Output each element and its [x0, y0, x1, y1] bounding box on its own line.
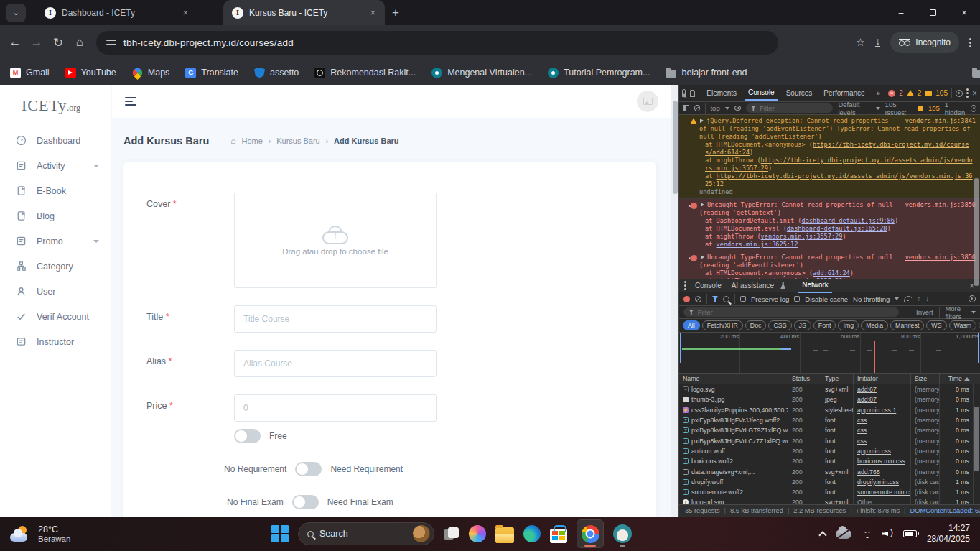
stack-link[interactable]: vendors.min.js:3625:12	[717, 241, 798, 248]
sidebar-item-ebook[interactable]: E-Book	[0, 178, 111, 203]
devtools-tab-console[interactable]: Console	[745, 85, 778, 101]
column-name[interactable]: Name	[679, 374, 788, 384]
stack-link[interactable]: https://tbh-icety.dbi-project.my.id/asse…	[705, 172, 973, 187]
network-request-row[interactable]: Tdropify.woff 200 font dropify.min.css (…	[679, 477, 980, 487]
network-filter-input[interactable]	[698, 308, 894, 316]
network-request-row[interactable]: data:image/svg+xml;... 200 svg+xml add:7…	[679, 466, 980, 476]
console-settings-icon[interactable]	[971, 105, 976, 112]
bookmark-mengenal[interactable]: Mengenal Virtualen...	[431, 68, 532, 78]
file-explorer-button[interactable]	[495, 527, 514, 543]
breadcrumb-kursus-baru[interactable]: Kursus Baru	[276, 136, 320, 145]
filter-pill-doc[interactable]: Doc	[745, 320, 767, 330]
weather-widget[interactable]: 28°C Berawan	[0, 524, 70, 543]
onedrive-paused-icon[interactable]	[836, 529, 851, 539]
home-icon[interactable]: ⌂	[69, 35, 90, 50]
stack-link[interactable]: add:614:24	[813, 269, 850, 277]
clear-network-icon[interactable]	[695, 296, 701, 302]
tab-dashboard[interactable]: I Dashboard - ICETy ×	[36, 0, 197, 25]
browser-menu-icon[interactable]	[969, 38, 971, 47]
clear-console-icon[interactable]	[694, 105, 700, 111]
network-request-row[interactable]: ⚡css?family=Poppins:300,400,500,700 200 …	[679, 405, 980, 415]
filter-pill-ws[interactable]: WS	[926, 320, 946, 330]
page-scrollbar[interactable]	[671, 85, 678, 517]
stack-link[interactable]: dashboard-default.js:9:86	[802, 217, 895, 224]
drawer-tab-ai[interactable]: AI assistance	[728, 279, 778, 292]
sidebar-item-user[interactable]: User	[0, 279, 111, 304]
network-filter-box[interactable]	[683, 307, 899, 317]
drawer-menu-icon[interactable]	[684, 281, 686, 290]
console-error-message[interactable]: vendors.min.js:3850 ×Uncaught TypeError:…	[679, 199, 980, 251]
column-type[interactable]: Type	[821, 374, 854, 384]
start-button[interactable]	[271, 525, 289, 542]
bookmark-rekomendasi[interactable]: Rekomendasi Rakit...	[314, 68, 416, 78]
bookmark-youtube[interactable]: YouTube	[65, 68, 116, 78]
network-conditions-icon[interactable]	[904, 296, 912, 302]
stack-link[interactable]: vendors.min.js:3557:29	[761, 233, 843, 240]
filter-pill-all[interactable]: All	[683, 320, 700, 330]
all-bookmarks-button[interactable]: All Bookmarks	[972, 68, 980, 78]
network-request-row[interactable]: Tanticon.woff 200 font app.min.css (memo…	[679, 446, 980, 456]
drawer-tab-console[interactable]: Console	[691, 279, 725, 292]
menu-toggle-icon[interactable]	[125, 97, 136, 106]
column-initiator[interactable]: Initiator	[854, 374, 911, 384]
tab-search-button[interactable]: ⌄	[6, 4, 26, 22]
new-tab-button[interactable]: +	[392, 6, 399, 20]
more-filters[interactable]: More filters	[945, 305, 966, 320]
devtools-more-tabs[interactable]: »	[873, 86, 885, 100]
export-har-icon[interactable]: ↓	[925, 295, 929, 302]
expand-icon[interactable]	[701, 203, 704, 207]
final-exam-toggle[interactable]	[292, 495, 319, 509]
network-request-row[interactable]: Tsummernote.woff2 200 font summernote.mi…	[679, 487, 980, 497]
filter-pill-fetch[interactable]: Fetch/XHR	[702, 320, 743, 330]
wifi-icon[interactable]	[862, 530, 873, 538]
record-icon[interactable]	[683, 296, 690, 302]
title-input[interactable]	[234, 305, 437, 333]
tab-kursus-baru[interactable]: I Kursus Baru - ICETy ×	[223, 0, 385, 25]
user-avatar[interactable]	[637, 91, 658, 112]
app-logo[interactable]: ICETy.org	[0, 85, 111, 128]
sidebar-item-verif-account[interactable]: Verif Account	[0, 304, 111, 329]
hidden-icons-chevron[interactable]	[818, 531, 826, 539]
battery-icon[interactable]	[903, 530, 917, 537]
microsoft-store-button[interactable]	[550, 529, 567, 543]
address-bar[interactable]: tbh-icety.dbi-project.my.id/courses/add	[96, 31, 778, 55]
page-scrollbar-thumb[interactable]	[673, 101, 678, 194]
network-request-row[interactable]: TpxiEyp8kv8JHgFVrJJfecg.woff2 200 font c…	[679, 415, 980, 425]
bookmark-assetto[interactable]: assetto	[254, 68, 299, 78]
cover-dropzone[interactable]: ↑ Drag atau drop to choose file	[234, 193, 437, 288]
tab-close-icon[interactable]: ×	[368, 7, 378, 18]
network-request-row[interactable]: Tboxicons.woff2 200 font boxicons.min.cs…	[679, 456, 980, 466]
sidebar-item-category[interactable]: Category	[0, 254, 111, 279]
console-scrollbar-thumb[interactable]	[974, 178, 979, 286]
device-toolbar-icon[interactable]	[690, 90, 694, 96]
edge-button[interactable]	[523, 525, 541, 542]
reload-icon[interactable]: ↻	[47, 35, 69, 50]
bookmark-tutorial[interactable]: Tutorial Pemrogram...	[548, 68, 650, 78]
downloads-icon[interactable]: ↓	[875, 37, 880, 47]
devtools-tab-elements[interactable]: Elements	[703, 86, 740, 100]
network-request-row[interactable]: ~logo.svg 200 svg+xml add:67 (memory... …	[679, 384, 980, 394]
bookmark-star-icon[interactable]: ☆	[856, 36, 865, 49]
network-scrollbar-thumb[interactable]	[974, 407, 979, 471]
filter-pill-media[interactable]: Media	[861, 320, 888, 330]
disable-cache-checkbox[interactable]	[794, 296, 800, 302]
network-request-row[interactable]: TpxiByp8kv8JHgFVrLGT9Z1xlFQ.woff2 200 fo…	[679, 425, 980, 435]
network-request-row[interactable]: TpxiByp8kv8JHgFVrLCz7Z1xlFQ.woff2 200 fo…	[679, 435, 980, 445]
devtools-tab-sources[interactable]: Sources	[783, 86, 816, 100]
minimize-button[interactable]: –	[885, 0, 917, 25]
devtools-close-icon[interactable]: ×	[972, 88, 977, 98]
import-har-icon[interactable]: ↑	[917, 295, 920, 302]
drawer-tab-network[interactable]: Network	[798, 278, 832, 293]
column-status[interactable]: Status	[788, 374, 821, 384]
bookmark-translate[interactable]: GTranslate	[185, 68, 238, 78]
forward-icon[interactable]: →	[26, 35, 47, 50]
alias-input[interactable]	[234, 350, 437, 377]
site-info-icon[interactable]	[106, 38, 116, 47]
chrome-button-active[interactable]	[577, 519, 604, 548]
log-levels-selector[interactable]: Default levels	[838, 101, 870, 116]
filter-pill-css[interactable]: CSS	[768, 320, 791, 330]
expand-icon[interactable]	[701, 255, 704, 259]
source-link[interactable]: vendors.min.js:3850	[905, 201, 976, 209]
column-time[interactable]: Time	[940, 374, 974, 384]
filter-pill-wasm[interactable]: Wasm	[949, 320, 977, 330]
